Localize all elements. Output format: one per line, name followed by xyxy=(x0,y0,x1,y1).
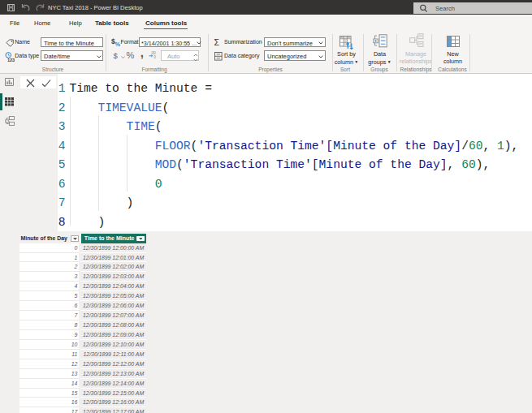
svg-text:%: % xyxy=(115,41,119,46)
svg-text:123: 123 xyxy=(7,57,15,61)
svg-text:0: 0 xyxy=(154,54,156,58)
